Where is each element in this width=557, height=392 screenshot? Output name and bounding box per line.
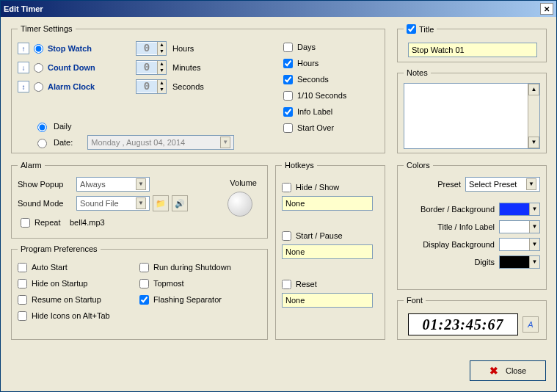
minutes-spinner[interactable]: 0▲▼ <box>136 60 167 75</box>
days-checkbox[interactable] <box>283 43 293 52</box>
titlebar-close-button[interactable]: ✕ <box>540 3 553 15</box>
repeat-label: Repeat <box>34 218 70 227</box>
show-popup-label: Show Popup <box>18 180 76 189</box>
hide-startup-label: Hide on Startup <box>32 279 87 288</box>
chevron-down-icon: ▼ <box>136 178 146 190</box>
hotkey-hideshow-checkbox[interactable] <box>282 183 291 192</box>
date-label: Date: <box>54 138 73 147</box>
flashing-sep-checkbox[interactable] <box>139 295 149 305</box>
font-group: Font 01:23:45:67 A <box>397 296 547 340</box>
play-sound-button[interactable]: 🔊 <box>172 195 188 211</box>
hotkey-startpause-label: Start / Pause <box>296 231 343 240</box>
font-picker-button[interactable]: A <box>523 316 539 333</box>
title-legend: Title <box>419 25 434 34</box>
hotkey-startpause-checkbox[interactable] <box>282 231 291 241</box>
stopwatch-radio[interactable] <box>34 44 43 54</box>
stopwatch-up-icon[interactable]: ↑ <box>18 43 29 54</box>
close-icon: ✖ <box>489 365 498 377</box>
scroll-up-icon: ▲ <box>528 84 539 95</box>
date-value: Monday , August 04, 2014 <box>91 138 185 147</box>
hide-icons-checkbox[interactable] <box>18 311 27 321</box>
alarm-group: Alarm Show Popup Always▼ Sound Mode Soun… <box>11 161 268 239</box>
title-input[interactable]: Stop Watch 01 <box>408 43 537 57</box>
date-radio[interactable] <box>37 139 47 148</box>
close-button-label: Close <box>506 366 526 375</box>
border-bg-color[interactable]: ▼ <box>499 203 540 216</box>
title-group: Title Stop Watch 01 <box>397 24 547 62</box>
resume-startup-label: Resume on Startup <box>32 295 101 304</box>
startover-checkbox[interactable] <box>283 123 293 133</box>
daily-radio[interactable] <box>37 123 47 132</box>
volume-knob[interactable] <box>227 192 252 217</box>
sound-mode-label: Sound Mode <box>18 199 76 208</box>
display-bg-label: Display Background <box>423 240 495 249</box>
speaker-icon: 🔊 <box>175 199 185 208</box>
show-popup-select[interactable]: Always▼ <box>76 177 150 192</box>
hotkey-hideshow-label: Hide / Show <box>296 183 339 192</box>
preset-label: Preset <box>437 180 461 189</box>
timer-settings-group: Timer Settings ↑ Stop Watch 0▲▼ Hours ↓ … <box>11 24 385 153</box>
alarm-icon[interactable]: ↕ <box>18 81 29 92</box>
alarmclock-radio[interactable] <box>34 82 43 92</box>
title-checkbox[interactable] <box>407 24 416 34</box>
hide-startup-checkbox[interactable] <box>18 279 27 288</box>
folder-icon: 📁 <box>156 199 166 208</box>
hotkey-reset-input[interactable]: None <box>282 293 373 308</box>
sound-mode-select[interactable]: Sound File▼ <box>76 196 150 211</box>
display-bg-color[interactable]: ▼ <box>499 238 540 251</box>
infolabel-checkbox[interactable] <box>283 107 293 117</box>
font-icon: A <box>528 320 533 329</box>
titlebar: Edit Timer ✕ <box>1 1 556 17</box>
countdown-radio[interactable] <box>34 63 43 73</box>
hours-spinner[interactable]: 0▲▼ <box>136 41 167 56</box>
preset-select[interactable]: Select Preset▼ <box>465 177 540 192</box>
colors-group: Colors Preset Select Preset▼ Border / Ba… <box>397 161 547 290</box>
infolabel-label: Info Label <box>297 107 332 116</box>
seconds-unit-label: Seconds <box>172 82 216 91</box>
hotkey-hideshow-input[interactable]: None <box>282 196 373 211</box>
days-label: Days <box>297 43 316 51</box>
countdown-label: Count Down <box>48 63 121 72</box>
seconds-label: Seconds <box>297 75 329 84</box>
seconds-spinner[interactable]: 0▲▼ <box>136 79 167 94</box>
run-shutdown-label: Run during Shutdown <box>153 263 231 272</box>
title-info-color[interactable]: ▼ <box>499 220 540 233</box>
hours-checkbox[interactable] <box>283 59 293 68</box>
hotkeys-group: Hotkeys Hide / Show None Start / Pause N… <box>275 161 385 340</box>
flashing-sep-label: Flashing Separator <box>153 295 222 304</box>
stopwatch-label: Stop Watch <box>48 44 121 53</box>
notes-group: Notes ▲▼ <box>397 68 547 153</box>
resume-startup-checkbox[interactable] <box>18 295 27 305</box>
scroll-down-icon: ▼ <box>528 137 539 148</box>
run-shutdown-checkbox[interactable] <box>139 263 149 272</box>
window-title: Edit Timer <box>4 4 540 13</box>
topmost-checkbox[interactable] <box>139 279 149 288</box>
timer-settings-legend: Timer Settings <box>18 24 76 33</box>
chevron-down-icon: ▼ <box>136 197 146 209</box>
notes-scrollbar[interactable]: ▲▼ <box>528 84 539 148</box>
hotkeys-legend: Hotkeys <box>282 161 317 170</box>
repeat-checkbox[interactable] <box>21 218 30 228</box>
chevron-down-icon: ▼ <box>220 137 230 148</box>
auto-start-checkbox[interactable] <box>18 263 27 272</box>
alarmclock-label: Alarm Clock <box>48 82 121 91</box>
hours-unit-label: Hours <box>172 44 216 53</box>
digits-label: Digits <box>474 258 495 266</box>
close-button[interactable]: ✖ Close <box>470 360 546 381</box>
hide-icons-label: Hide Icons on Alt+Tab <box>32 311 110 320</box>
seconds-checkbox[interactable] <box>283 75 293 84</box>
tenth-label: 1/10 Seconds <box>297 91 346 100</box>
digits-color[interactable]: ▼ <box>499 255 540 269</box>
notes-textarea[interactable]: ▲▼ <box>404 83 540 149</box>
hotkey-startpause-input[interactable]: None <box>282 244 373 259</box>
hotkey-reset-checkbox[interactable] <box>282 280 291 289</box>
program-preferences-group: Program Preferences Auto Start Hide on S… <box>11 244 268 340</box>
browse-file-button[interactable]: 📁 <box>153 195 169 211</box>
title-info-label: Title / Info Label <box>437 222 495 231</box>
startover-label: Start Over <box>297 123 334 132</box>
chevron-down-icon: ▼ <box>526 178 536 190</box>
date-picker[interactable]: Monday , August 04, 2014 ▼ <box>87 135 234 150</box>
topmost-label: Topmost <box>153 279 184 288</box>
countdown-down-icon[interactable]: ↓ <box>18 62 29 73</box>
tenth-checkbox[interactable] <box>283 91 293 101</box>
